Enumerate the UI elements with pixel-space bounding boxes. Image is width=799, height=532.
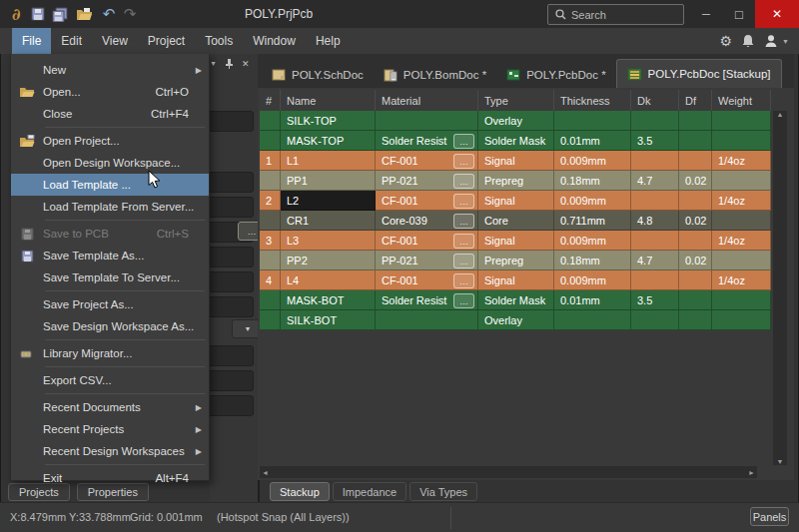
- cell-material[interactable]: Solder Resist…: [376, 290, 478, 310]
- cell-name-selected[interactable]: L2: [281, 191, 376, 211]
- cell-type[interactable]: Signal: [478, 231, 554, 251]
- cell-weight[interactable]: [712, 131, 771, 151]
- horizontal-scrollbar[interactable]: ◄ ►: [260, 466, 757, 478]
- minimize-button[interactable]: ─: [692, 0, 720, 28]
- cell-weight[interactable]: 1/4oz: [712, 191, 771, 211]
- cell-name[interactable]: L3: [281, 231, 376, 251]
- col-weight[interactable]: Weight: [712, 90, 771, 111]
- cell-num[interactable]: 2: [260, 191, 281, 211]
- cell-weight[interactable]: 1/4oz: [712, 231, 771, 251]
- undo-icon[interactable]: ↶: [100, 5, 118, 23]
- table-row-cr1[interactable]: CR1 Core-039… Core 0.711mm 4.8 0.02: [260, 211, 771, 231]
- tab-via-types[interactable]: Via Types: [409, 482, 477, 501]
- menu-item-load-template-from-server[interactable]: Load Template From Server...: [11, 196, 209, 218]
- close-button[interactable]: ✕: [755, 0, 799, 28]
- tab-stackup[interactable]: Stackup: [270, 482, 330, 501]
- menu-item-save-project-as[interactable]: Save Project As...: [11, 293, 209, 315]
- cell-dk[interactable]: [631, 310, 679, 330]
- maximize-button[interactable]: □: [725, 0, 753, 28]
- cell-name[interactable]: SILK-BOT: [281, 310, 376, 330]
- panels-button[interactable]: Panels: [750, 507, 789, 526]
- cell-name[interactable]: CR1: [281, 211, 376, 231]
- cell-thickness[interactable]: 0.18mm: [554, 171, 631, 191]
- cell-num[interactable]: [260, 171, 281, 191]
- material-picker-button[interactable]: …: [453, 214, 474, 229]
- cell-material[interactable]: Solder Resist…: [376, 131, 478, 151]
- col-material[interactable]: Material: [376, 90, 478, 111]
- cell-weight[interactable]: [712, 310, 771, 330]
- cell-df[interactable]: [679, 111, 712, 131]
- col-name[interactable]: Name: [281, 90, 376, 111]
- cell-type[interactable]: Signal: [478, 151, 554, 171]
- panel-ellipsis-button[interactable]: …: [238, 222, 260, 241]
- cell-name[interactable]: L4: [281, 270, 376, 290]
- cell-thickness[interactable]: 0.009mm: [554, 270, 631, 290]
- cell-dk[interactable]: [631, 270, 679, 290]
- cell-thickness[interactable]: 0.01mm: [554, 290, 631, 310]
- material-picker-button[interactable]: …: [453, 134, 474, 149]
- cell-name[interactable]: L1: [281, 151, 376, 171]
- cell-material[interactable]: Core-039…: [376, 211, 478, 231]
- tab-schdoc[interactable]: POLY.SchDoc: [262, 62, 374, 88]
- cell-weight[interactable]: 1/4oz: [712, 270, 771, 290]
- cell-name[interactable]: SILK-TOP: [281, 111, 376, 131]
- cell-dk[interactable]: 3.5: [631, 290, 679, 310]
- cell-thickness[interactable]: 0.01mm: [554, 131, 631, 151]
- cell-name[interactable]: MASK-TOP: [281, 131, 376, 151]
- menu-item-save-template-to-server[interactable]: Save Template To Server...: [11, 266, 209, 288]
- cell-type[interactable]: Signal: [478, 270, 554, 290]
- cell-weight[interactable]: [712, 290, 771, 310]
- table-row-pp1[interactable]: PP1 PP-021… Prepreg 0.18mm 4.7 0.02: [260, 171, 771, 191]
- table-row-l4[interactable]: 4 L4 CF-001… Signal 0.009mm 1/4oz: [260, 270, 771, 290]
- menu-window[interactable]: Window: [243, 28, 306, 54]
- tab-pcbdoc-stackup[interactable]: POLY.PcbDoc [Stackup]: [616, 59, 782, 88]
- cell-dk[interactable]: [631, 151, 679, 171]
- tab-impedance[interactable]: Impedance: [333, 482, 406, 501]
- cell-name[interactable]: MASK-BOT: [281, 290, 376, 310]
- menu-item-recent-documents[interactable]: Recent Documents ▶: [11, 396, 209, 418]
- cell-type[interactable]: Overlay: [478, 310, 554, 330]
- menu-view[interactable]: View: [92, 28, 138, 54]
- menu-item-library-migrator[interactable]: Library Migrator...: [11, 342, 209, 364]
- material-picker-button[interactable]: …: [453, 273, 474, 288]
- tab-pcbdoc[interactable]: POLY.PcbDoc *: [496, 62, 615, 88]
- cell-thickness[interactable]: 0.711mm: [554, 211, 631, 231]
- cell-num[interactable]: [260, 111, 281, 131]
- table-row-l2-selected[interactable]: 2 L2 CF-001… Signal 0.009mm 1/4oz: [260, 191, 771, 211]
- tab-bomdoc[interactable]: POLY.BomDoc *: [374, 62, 496, 88]
- col-num[interactable]: #: [260, 90, 281, 111]
- col-dk[interactable]: Dk: [631, 90, 679, 111]
- cell-num[interactable]: 3: [260, 231, 281, 251]
- cell-num[interactable]: 4: [260, 270, 281, 290]
- table-row-pp2[interactable]: PP2 PP-021… Prepreg 0.18mm 4.7 0.02: [260, 251, 771, 270]
- cell-thickness[interactable]: 0.009mm: [554, 191, 631, 211]
- menu-item-save-design-workspace-as[interactable]: Save Design Workspace As...: [11, 315, 209, 337]
- cell-df[interactable]: [679, 131, 712, 151]
- cell-df[interactable]: [679, 231, 712, 251]
- menu-help[interactable]: Help: [306, 28, 351, 54]
- cell-df[interactable]: 0.02: [679, 211, 712, 231]
- cell-dk[interactable]: [631, 111, 679, 131]
- cell-name[interactable]: PP1: [281, 171, 376, 191]
- menu-item-new[interactable]: New ▶: [11, 59, 209, 81]
- cell-weight[interactable]: [712, 171, 771, 191]
- cell-type[interactable]: Solder Mask: [478, 290, 554, 310]
- cell-thickness[interactable]: 0.18mm: [554, 251, 631, 270]
- cell-num[interactable]: [260, 290, 281, 310]
- save-all-icon[interactable]: [51, 5, 69, 23]
- cell-material[interactable]: CF-001…: [376, 151, 478, 171]
- scroll-right-icon[interactable]: ►: [748, 469, 755, 476]
- material-picker-button[interactable]: …: [453, 194, 474, 209]
- cell-material[interactable]: CF-001…: [376, 191, 478, 211]
- cell-dk[interactable]: 3.5: [631, 131, 679, 151]
- cell-dk[interactable]: 4.7: [631, 171, 679, 191]
- cell-material[interactable]: PP-021…: [376, 251, 478, 270]
- menu-edit[interactable]: Edit: [51, 28, 92, 54]
- cell-df[interactable]: [679, 270, 712, 290]
- table-row-l1[interactable]: 1 L1 CF-001… Signal 0.009mm 1/4oz: [260, 151, 771, 171]
- cell-type[interactable]: Prepreg: [478, 251, 554, 270]
- cell-material[interactable]: [376, 111, 478, 131]
- menu-item-exit[interactable]: Exit Alt+F4: [11, 467, 209, 489]
- menu-item-export-csv[interactable]: Export CSV...: [11, 369, 209, 391]
- bell-icon[interactable]: [742, 34, 754, 48]
